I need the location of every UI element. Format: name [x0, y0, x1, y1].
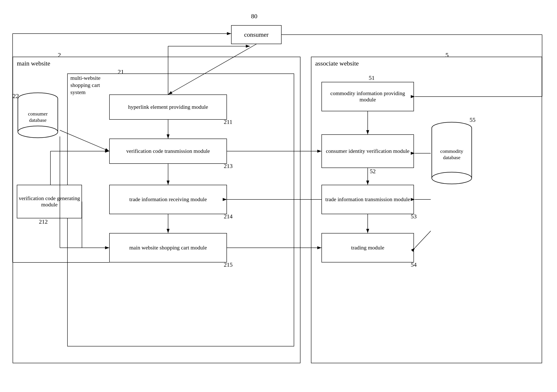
trading-module-ref: 54 — [411, 261, 417, 268]
commodity-database: commodity database — [431, 122, 473, 185]
consumer-ref: 80 — [251, 13, 257, 20]
diagram: consumer 80 main website 2 multi-website… — [0, 0, 557, 392]
verif-trans-module-ref: 213 — [224, 163, 233, 169]
commodity-db-ref: 55 — [470, 117, 475, 123]
commodity-info-module-ref: 51 — [369, 74, 375, 81]
consumer-database: consumer database — [17, 92, 59, 139]
verif-gen-module-box: verification code generating module — [17, 185, 82, 218]
associate-website-label: associate website — [315, 60, 359, 67]
svg-text:database: database — [443, 155, 460, 160]
trade-recv-module-label: trade information receiving module — [130, 196, 207, 203]
svg-point-11 — [432, 172, 472, 184]
trade-trans-module-ref: 53 — [411, 213, 417, 220]
consumer-db-ref: 22 — [13, 92, 19, 100]
consumer-ident-module-ref: 52 — [370, 168, 376, 175]
multi-website-ref: 21 — [118, 68, 124, 75]
consumer-ident-module-label: consumer identity verification module — [326, 148, 410, 154]
svg-point-4 — [18, 126, 58, 138]
main-website-ref: 2 — [58, 51, 61, 59]
trade-trans-module-label: trade information transmission module — [325, 196, 410, 203]
commodity-info-module-label: commodity information providing module — [322, 90, 413, 103]
verif-gen-module-label: verification code generating module — [17, 195, 82, 208]
multi-website-label: multi-website shopping cart system — [70, 74, 112, 96]
hyperlink-module-label: hyperlink element providing module — [128, 104, 208, 110]
consumer-label: consumer — [244, 31, 269, 38]
svg-text:commodity: commodity — [440, 148, 463, 154]
associate-website-ref: 5 — [445, 51, 449, 59]
trading-module-box: trading module — [321, 233, 414, 263]
svg-text:consumer: consumer — [28, 111, 48, 117]
main-cart-module-ref: 215 — [224, 261, 233, 268]
main-website-label: main website — [17, 60, 50, 67]
trade-recv-module-ref: 214 — [224, 213, 233, 220]
trade-trans-module-box: trade information transmission module — [321, 185, 414, 214]
trade-recv-module-box: trade information receiving module — [109, 185, 227, 214]
verif-trans-module-box: verification code transmission module — [109, 139, 227, 164]
verif-trans-module-label: verification code transmission module — [126, 148, 210, 154]
consumer-box: consumer — [231, 25, 282, 44]
main-cart-module-label: main website shopping cart module — [129, 245, 207, 251]
hyperlink-module-ref: 211 — [224, 119, 232, 125]
consumer-ident-module-box: consumer identity verification module — [321, 134, 414, 168]
trading-module-label: trading module — [351, 245, 384, 251]
commodity-info-module-box: commodity information providing module — [321, 82, 414, 111]
main-cart-module-box: main website shopping cart module — [109, 233, 227, 263]
verif-gen-module-ref: 212 — [39, 218, 48, 225]
hyperlink-module-box: hyperlink element providing module — [109, 95, 227, 120]
svg-text:database: database — [29, 117, 47, 123]
